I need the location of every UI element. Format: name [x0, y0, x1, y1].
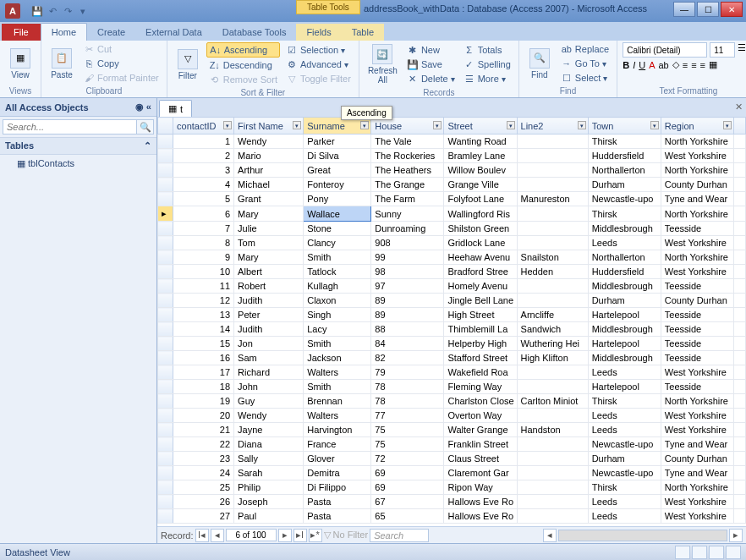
cell[interactable]: 69: [371, 466, 444, 480]
recnav-position-input[interactable]: [226, 529, 277, 541]
cell[interactable]: Singh: [304, 308, 371, 322]
cell[interactable]: North Yorkshire: [661, 250, 733, 265]
cell[interactable]: John: [234, 380, 304, 394]
cell[interactable]: Leeds: [588, 409, 661, 423]
cell[interactable]: West Yorkshire: [661, 409, 733, 423]
cell[interactable]: The Rockeries: [371, 149, 444, 163]
goto-button[interactable]: →Go To ▾: [558, 57, 612, 70]
cell[interactable]: 97: [371, 279, 444, 294]
cell[interactable]: 14: [173, 322, 234, 337]
cell[interactable]: Mary: [234, 250, 304, 265]
cell[interactable]: West Yorkshire: [661, 365, 733, 380]
more-button[interactable]: ☰More ▾: [461, 72, 513, 85]
doc-tab-tblcontacts[interactable]: ▦ t: [159, 100, 192, 117]
cell[interactable]: North Yorkshire: [661, 135, 733, 149]
cell[interactable]: Fonteroy: [304, 178, 371, 192]
cell[interactable]: Newcastle-upo: [588, 466, 661, 480]
cell[interactable]: The Heathers: [371, 163, 444, 178]
row-selector[interactable]: [158, 279, 173, 294]
cell[interactable]: West Yorkshire: [661, 149, 733, 163]
gridlines-icon[interactable]: ▦: [709, 59, 717, 70]
cell[interactable]: Wanting Road: [444, 135, 517, 149]
cell[interactable]: 89: [371, 308, 444, 322]
cell[interactable]: Judith: [234, 294, 304, 308]
cell[interactable]: West Yorkshire: [661, 236, 733, 250]
cell[interactable]: Arthur: [234, 163, 304, 178]
cell[interactable]: [517, 466, 588, 480]
cell[interactable]: Tatlock: [304, 265, 371, 279]
cell[interactable]: 5: [173, 192, 234, 206]
cell[interactable]: 21: [173, 423, 234, 437]
cell[interactable]: 75: [371, 437, 444, 452]
bullets-icon[interactable]: ☰: [738, 42, 746, 58]
cell[interactable]: Northallerton: [588, 250, 661, 265]
cell[interactable]: Great: [304, 163, 371, 178]
row-selector[interactable]: [158, 452, 173, 466]
totals-button[interactable]: ΣTotals: [461, 43, 513, 57]
cell[interactable]: Middlesbrough: [588, 322, 661, 337]
cell[interactable]: [517, 149, 588, 163]
add-column-header[interactable]: [733, 118, 745, 135]
font-name-combo[interactable]: Calibri (Detail): [623, 42, 707, 58]
cell[interactable]: 19: [173, 394, 234, 409]
tab-external-data[interactable]: External Data: [135, 24, 212, 41]
cell[interactable]: Julie: [234, 222, 304, 236]
cell[interactable]: Wuthering Hei: [517, 337, 588, 351]
cell[interactable]: [517, 495, 588, 509]
font-size-combo[interactable]: 11: [710, 42, 735, 58]
spelling-button[interactable]: ✓Spelling: [461, 58, 513, 71]
row-selector[interactable]: [158, 236, 173, 250]
row-selector[interactable]: [158, 394, 173, 409]
cell[interactable]: Homely Avenu: [444, 279, 517, 294]
cell[interactable]: Teesside: [661, 337, 733, 351]
cell[interactable]: Michael: [234, 178, 304, 192]
cell[interactable]: 15: [173, 337, 234, 351]
cell[interactable]: Leeds: [588, 495, 661, 509]
cell[interactable]: Tyne and Wear: [661, 466, 733, 480]
navpane-group-tables[interactable]: Tables ⌃: [0, 137, 156, 155]
cell[interactable]: [517, 480, 588, 495]
cell[interactable]: The Vale: [371, 135, 444, 149]
cell[interactable]: Grange Ville: [444, 178, 517, 192]
remove-sort-button[interactable]: ⟲Remove Sort: [206, 73, 280, 86]
cell[interactable]: [517, 509, 588, 524]
cell[interactable]: 908: [371, 236, 444, 250]
navpane-item-tblcontacts[interactable]: ▦ tblContacts: [0, 155, 156, 173]
cell[interactable]: 77: [371, 409, 444, 423]
font-color-icon[interactable]: A: [649, 60, 655, 70]
cell[interactable]: Albert: [234, 265, 304, 279]
cell[interactable]: Tyne and Wear: [661, 437, 733, 452]
cell[interactable]: Teesside: [661, 351, 733, 365]
cell[interactable]: Leeds: [588, 423, 661, 437]
tab-database-tools[interactable]: Database Tools: [212, 24, 297, 41]
pivot-view-shortcut-icon[interactable]: [709, 546, 724, 559]
row-selector[interactable]: ▸: [158, 206, 173, 222]
cell[interactable]: 89: [371, 294, 444, 308]
cell[interactable]: Demitra: [304, 466, 371, 480]
row-selector[interactable]: [158, 222, 173, 236]
cell[interactable]: 72: [371, 452, 444, 466]
collapse-icon[interactable]: ⌃: [144, 140, 151, 151]
cell[interactable]: Charlston Close: [444, 394, 517, 409]
column-dropdown-icon[interactable]: ▾: [360, 121, 369, 129]
cell[interactable]: [517, 380, 588, 394]
cell[interactable]: Thirsk: [588, 394, 661, 409]
cell[interactable]: Harvington: [304, 423, 371, 437]
cell[interactable]: 26: [173, 495, 234, 509]
cell[interactable]: Thirsk: [588, 480, 661, 495]
cell[interactable]: Claxon: [304, 294, 371, 308]
fill-icon[interactable]: ◇: [672, 59, 679, 70]
cell[interactable]: Bradford Stree: [444, 265, 517, 279]
cell[interactable]: Snailston: [517, 250, 588, 265]
cell[interactable]: Wakefield Roa: [444, 365, 517, 380]
cell[interactable]: [517, 409, 588, 423]
cell[interactable]: Claus Street: [444, 452, 517, 466]
cell[interactable]: 6: [173, 206, 234, 222]
cell[interactable]: Pasta: [304, 495, 371, 509]
recnav-search-input[interactable]: Search: [370, 529, 429, 542]
cell[interactable]: 18: [173, 380, 234, 394]
cell[interactable]: Walter Grange: [444, 423, 517, 437]
cell[interactable]: 8: [173, 236, 234, 250]
row-selector[interactable]: [158, 495, 173, 509]
cell[interactable]: 13: [173, 308, 234, 322]
